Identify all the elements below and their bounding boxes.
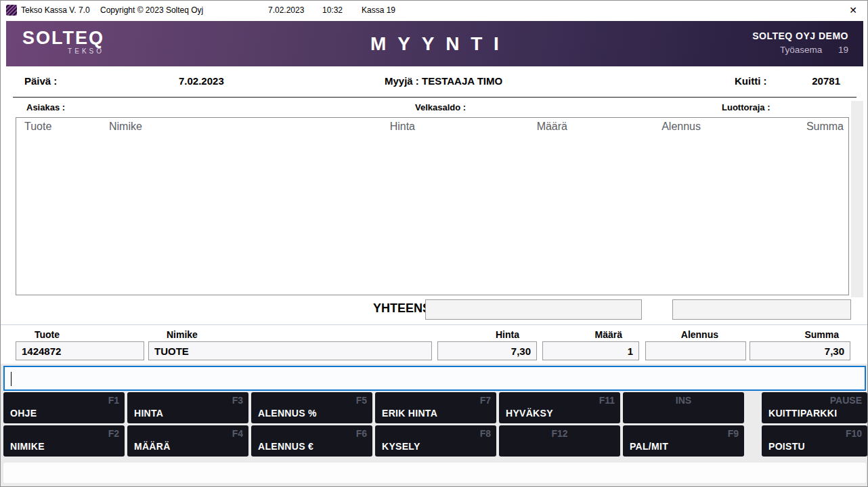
column-header-alennus: Alennus [661, 121, 701, 133]
fkey-label: F7 [480, 395, 491, 406]
button-label: HINTA [134, 408, 163, 419]
fkey-label: F5 [356, 395, 367, 406]
column-header-maara: Määrä [537, 121, 567, 133]
table-header-row: Tuote Nimike Hinta Määrä Alennus Summa [16, 118, 848, 137]
ins-button[interactable]: INS [623, 392, 744, 423]
poistu-button[interactable]: POISTU F10 [762, 425, 867, 457]
customer-label: Asiakas : [26, 102, 65, 112]
right-margin-strip [851, 101, 863, 297]
column-header-summa: Summa [806, 121, 844, 133]
form-label-hinta: Hinta [496, 329, 519, 340]
button-label: ERIK HINTA [382, 408, 437, 419]
button-label: OHJE [10, 408, 37, 419]
fkey-label: F6 [356, 428, 367, 439]
f12-button[interactable]: F12 [499, 425, 620, 457]
hinta-button[interactable]: HINTA F3 [127, 392, 248, 423]
receipt-number: 20781 [812, 75, 840, 87]
pal-mit-button[interactable]: PAL/MIT F9 [623, 425, 744, 457]
fkey-label: PAUSE [830, 395, 862, 406]
workstation-line: Työasema 19 [752, 45, 848, 55]
header-right-block: SOLTEQ OYJ DEMO Työasema 19 [752, 30, 848, 55]
text-caret [11, 372, 12, 386]
hyvaksy-button[interactable]: HYVÄKSY F11 [499, 392, 620, 423]
button-label: KYSELY [382, 441, 420, 452]
total-amount-display [425, 299, 642, 320]
discount-field[interactable] [645, 341, 746, 360]
status-strip [3, 463, 866, 483]
sale-lines-table: Tuote Nimike Hinta Määrä Alennus Summa [16, 117, 849, 295]
fkey-label: F2 [108, 428, 119, 439]
total-secondary-display [672, 299, 851, 320]
maara-button[interactable]: MÄÄRÄ F4 [127, 425, 248, 457]
fkey-label: F10 [846, 428, 862, 439]
product-name-field[interactable] [148, 341, 432, 360]
quantity-field[interactable] [542, 341, 639, 360]
form-label-maara: Määrä [595, 329, 622, 340]
seller-line: Myyjä : TESTAAJA TIMO [385, 75, 502, 87]
button-label: MÄÄRÄ [134, 441, 171, 452]
window-title: Tekso Kassa V. 7.0 [21, 1, 90, 20]
nimike-button[interactable]: NIMIKE F2 [3, 425, 125, 457]
form-section-divider [1, 324, 867, 325]
product-code-field[interactable] [16, 341, 144, 360]
form-label-nimike: Nimike [167, 329, 198, 340]
column-header-tuote: Tuote [24, 121, 51, 133]
fkey-label: F11 [599, 395, 615, 406]
erik-hinta-button[interactable]: ERIK HINTA F7 [375, 392, 496, 423]
price-field[interactable] [437, 341, 537, 360]
fkey-label: F1 [108, 395, 119, 406]
button-label: NIMIKE [10, 441, 45, 452]
titlebar-register: Kassa 19 [362, 1, 395, 20]
fkey-label: F12 [499, 428, 620, 439]
app-icon [6, 5, 17, 16]
fkey-label: F8 [480, 428, 491, 439]
workstation-label: Työasema [780, 45, 822, 55]
seller-label: Myyjä : [385, 75, 419, 87]
button-label: KUITTIPARKKI [768, 408, 837, 419]
receipt-label: Kuitti : [735, 75, 766, 87]
workstation-number: 19 [838, 45, 848, 55]
button-label: HYVÄKSY [506, 408, 553, 419]
close-icon[interactable]: ✕ [843, 1, 863, 20]
ohje-button[interactable]: OHJE F1 [3, 392, 125, 423]
alennus-euro-button[interactable]: ALENNUS € F6 [251, 425, 372, 457]
button-label: PAL/MIT [630, 441, 668, 452]
function-key-row-1: OHJE F1 HINTA F3 ALENNUS % F5 ERIK HINTA… [3, 392, 867, 423]
seller-value: TESTAAJA TIMO [422, 75, 502, 87]
line-sum-field[interactable] [750, 341, 850, 360]
button-label: POISTU [768, 441, 805, 452]
fkey-label: INS [623, 395, 744, 406]
fkey-label: F9 [728, 428, 739, 439]
horizontal-divider [13, 97, 856, 98]
alennus-percent-button[interactable]: ALENNUS % F5 [251, 392, 372, 423]
form-label-alennus: Alennus [681, 329, 718, 340]
column-header-hinta: Hinta [390, 121, 415, 133]
form-label-summa: Summa [804, 329, 839, 340]
date-value: 7.02.2023 [179, 75, 224, 87]
column-header-nimike: Nimike [109, 121, 142, 133]
kuittiparkki-button[interactable]: KUITTIPARKKI PAUSE [762, 392, 867, 423]
function-key-row-2: NIMIKE F2 MÄÄRÄ F4 ALENNUS € F6 KYSELY F… [3, 425, 867, 457]
app-header: SOLTEQ TEKSO MYYNTI SOLTEQ OYJ DEMO Työa… [6, 21, 863, 66]
page-title: MYYNTI [6, 33, 863, 55]
button-label: ALENNUS € [258, 441, 313, 452]
titlebar-date: 7.02.2023 [268, 1, 304, 20]
date-label: Päivä : [24, 75, 57, 87]
fkey-label: F4 [232, 428, 243, 439]
title-bar: Tekso Kassa V. 7.0 Copyright © 2023 Solt… [1, 1, 867, 20]
debt-balance-label: Velkasaldo : [415, 102, 466, 112]
credit-limit-label: Luottoraja : [722, 102, 771, 112]
button-label: ALENNUS % [258, 408, 317, 419]
command-input[interactable] [3, 366, 866, 391]
copyright-text: Copyright © 2023 Solteq Oyj [100, 1, 203, 20]
company-name: SOLTEQ OYJ DEMO [752, 30, 848, 41]
fkey-label: F3 [232, 395, 243, 406]
form-label-tuote: Tuote [35, 329, 60, 340]
table-body-empty [16, 137, 848, 295]
kysely-button[interactable]: KYSELY F8 [375, 425, 496, 457]
titlebar-time: 10:32 [322, 1, 343, 20]
